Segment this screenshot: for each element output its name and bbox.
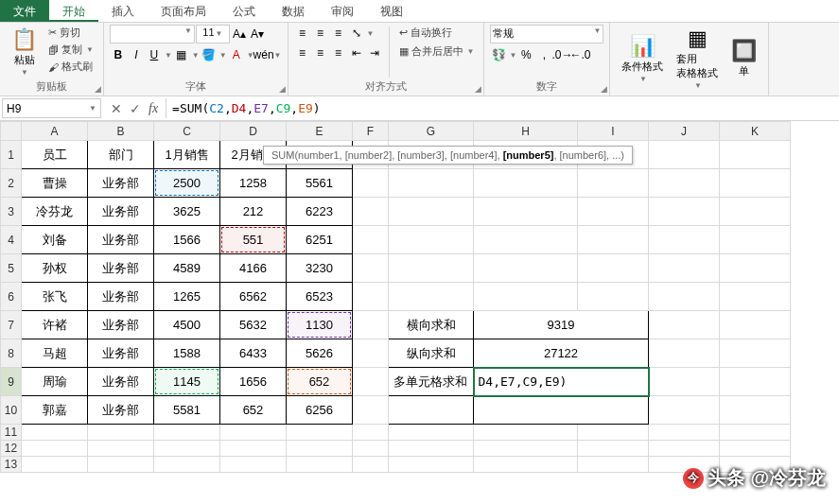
- watermark: 今 头条 @冷芬龙: [683, 465, 826, 491]
- worksheet: A B C D E F G H I J K 1 员工 部门 1月销售 2月销售 …: [0, 121, 839, 473]
- tab-formula[interactable]: 公式: [219, 0, 269, 22]
- active-cell[interactable]: D4,E7,C9,E9): [474, 368, 649, 396]
- table-row: 5 孙权业务部 458941663230: [1, 254, 791, 283]
- name-box[interactable]: H9▼: [2, 98, 101, 118]
- col-header[interactable]: H: [474, 122, 578, 141]
- ribbon: 📋 粘贴 ▼ ✂剪切 🗐复制▼ 🖌格式刷 剪贴板 ◢ ▼ 11▼ A▴ A▾ B: [0, 23, 839, 96]
- chevron-down-icon: ▼: [21, 68, 28, 77]
- border-button[interactable]: ▦: [173, 46, 190, 63]
- align-bottom-icon[interactable]: ≡: [330, 25, 347, 42]
- align-right-icon[interactable]: ≡: [330, 44, 347, 61]
- tab-insert[interactable]: 插入: [98, 0, 148, 22]
- table-row: 6 张飞业务部 126565626523: [1, 283, 791, 311]
- group-align: ≡ ≡ ≡ ⤡▼ ≡ ≡ ≡ ⇤ ⇥ ↩自动换行 ▦合并后居中▼ 对齐方式: [288, 23, 485, 96]
- currency-icon[interactable]: 💱: [490, 46, 507, 63]
- fill-color-button[interactable]: 🪣: [201, 46, 218, 63]
- grid[interactable]: A B C D E F G H I J K 1 员工 部门 1月销售 2月销售 …: [0, 121, 791, 473]
- col-header[interactable]: D: [220, 122, 287, 141]
- table-row: 9 周瑜业务部 1145 1656 652 多单元格求和 D4,E7,C9,E9…: [1, 368, 791, 396]
- font-name-select[interactable]: ▼: [110, 25, 195, 43]
- cell-styles-button[interactable]: 🔲 单: [725, 25, 762, 92]
- bold-button[interactable]: B: [110, 46, 127, 63]
- shrink-font-icon[interactable]: A▾: [249, 26, 266, 43]
- dialog-launcher-icon[interactable]: ◢: [279, 84, 286, 94]
- col-header[interactable]: E: [287, 122, 353, 141]
- indent-decrease-icon[interactable]: ⇤: [348, 44, 365, 61]
- table-row: 12: [1, 441, 791, 457]
- conditional-format-button[interactable]: 📊 条件格式▼: [616, 25, 669, 92]
- table-row: 7 许褚业务部 45005632 1130 横向求和 9319: [1, 311, 791, 339]
- align-top-icon[interactable]: ≡: [294, 25, 311, 42]
- tab-home[interactable]: 开始: [49, 0, 98, 22]
- col-header[interactable]: G: [389, 122, 474, 141]
- table-row: 4 刘备业务部 1566 551 6251: [1, 226, 791, 254]
- col-header[interactable]: A: [22, 122, 88, 141]
- select-all-corner[interactable]: [1, 122, 22, 141]
- copy-button[interactable]: 🗐复制▼: [44, 42, 97, 58]
- format-painter-button[interactable]: 🖌格式刷: [44, 59, 97, 75]
- tab-layout[interactable]: 页面布局: [148, 0, 219, 22]
- tab-review[interactable]: 审阅: [318, 0, 367, 22]
- merge-center-button[interactable]: ▦合并后居中▼: [395, 43, 479, 60]
- menu-tabs: 文件 开始 插入 页面布局 公式 数据 审阅 视图: [0, 0, 839, 23]
- table-row: 10 郭嘉业务部 55816526256: [1, 396, 791, 425]
- cell-styles-icon: 🔲: [731, 39, 757, 63]
- table-row: 2 曹操业务部 2500 12585561: [1, 169, 791, 198]
- tab-view[interactable]: 视图: [367, 0, 416, 22]
- cut-button[interactable]: ✂剪切: [44, 25, 97, 41]
- table-row: 3 冷芬龙业务部 36252126223: [1, 198, 791, 226]
- cut-icon: ✂: [48, 26, 57, 39]
- phonetic-button[interactable]: wén: [255, 46, 272, 63]
- group-label: 剪贴板: [6, 79, 97, 95]
- decrease-decimal-icon[interactable]: ←.0: [571, 46, 588, 63]
- table-row: 11: [1, 425, 791, 441]
- group-font: ▼ 11▼ A▴ A▾ B I U▼ ▦▼ 🪣▼ A▼ wén▼ 字体 ◢: [104, 23, 288, 96]
- formula-tooltip: SUM(number1, [number2], [number3], [numb…: [263, 146, 633, 165]
- font-size-select[interactable]: 11▼: [196, 25, 230, 43]
- align-center-icon[interactable]: ≡: [312, 44, 329, 61]
- table-row: 8 马超业务部 158864335626 纵向求和 27122: [1, 339, 791, 368]
- italic-button[interactable]: I: [128, 46, 145, 63]
- conditional-format-icon: 📊: [630, 34, 655, 59]
- brush-icon: 🖌: [48, 61, 59, 73]
- table-format-icon: ▦: [688, 26, 708, 51]
- watermark-icon: 今: [683, 468, 704, 489]
- group-number: 常规▼ 💱▼ % , .0→ ←.0 数字 ◢: [484, 23, 610, 96]
- table-format-button[interactable]: ▦ 套用 表格格式▼: [671, 25, 724, 92]
- indent-increase-icon[interactable]: ⇥: [366, 44, 383, 61]
- tab-data[interactable]: 数据: [269, 0, 318, 22]
- grow-font-icon[interactable]: A▴: [231, 26, 248, 43]
- col-header[interactable]: I: [578, 122, 649, 141]
- col-header[interactable]: C: [154, 122, 220, 141]
- dialog-launcher-icon[interactable]: ◢: [95, 84, 101, 94]
- table-row: 13: [1, 457, 791, 473]
- orientation-icon[interactable]: ⤡: [348, 25, 365, 42]
- copy-icon: 🗐: [48, 44, 59, 56]
- col-header[interactable]: J: [649, 122, 720, 141]
- wrap-icon: ↩: [399, 26, 408, 39]
- dialog-launcher-icon[interactable]: ◢: [601, 84, 607, 94]
- group-styles: 📊 条件格式▼ ▦ 套用 表格格式▼ 🔲 单: [610, 23, 769, 96]
- number-format-select[interactable]: 常规▼: [490, 25, 603, 43]
- comma-icon[interactable]: ,: [535, 46, 552, 63]
- wrap-text-button[interactable]: ↩自动换行: [395, 25, 479, 41]
- cancel-icon[interactable]: ✕: [111, 101, 122, 116]
- align-left-icon[interactable]: ≡: [294, 44, 311, 61]
- font-color-button[interactable]: A: [228, 46, 245, 63]
- paste-button[interactable]: 📋 粘贴 ▼: [6, 25, 43, 79]
- group-clipboard: 📋 粘贴 ▼ ✂剪切 🗐复制▼ 🖌格式刷 剪贴板 ◢: [0, 23, 104, 96]
- dialog-launcher-icon[interactable]: ◢: [475, 84, 481, 94]
- col-header[interactable]: K: [720, 122, 791, 141]
- tab-file[interactable]: 文件: [0, 0, 49, 22]
- increase-decimal-icon[interactable]: .0→: [553, 46, 570, 63]
- paste-icon: 📋: [11, 27, 37, 52]
- fx-icon[interactable]: fx: [149, 101, 158, 116]
- enter-icon[interactable]: ✓: [130, 101, 141, 116]
- merge-icon: ▦: [399, 45, 409, 58]
- col-header[interactable]: B: [88, 122, 154, 141]
- percent-icon[interactable]: %: [517, 46, 534, 63]
- underline-button[interactable]: U: [146, 46, 163, 63]
- align-middle-icon[interactable]: ≡: [312, 25, 329, 42]
- col-header[interactable]: F: [353, 122, 389, 141]
